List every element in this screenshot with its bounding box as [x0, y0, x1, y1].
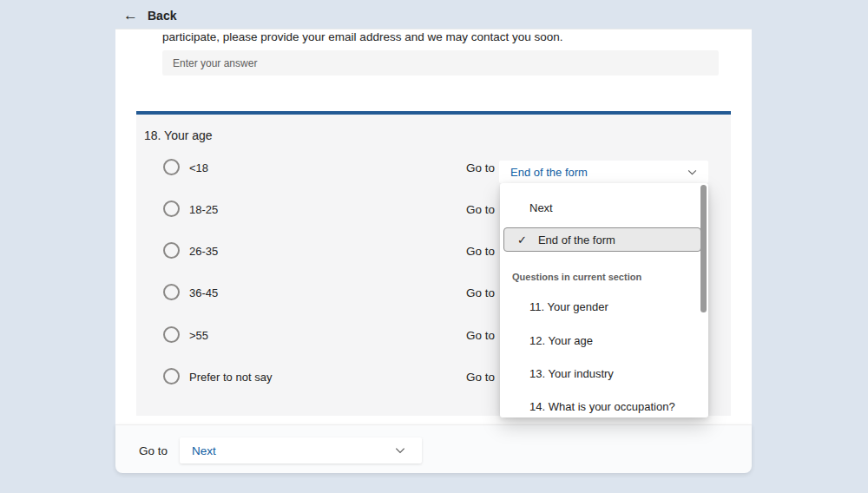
answer-input[interactable] — [162, 50, 719, 76]
back-label: Back — [148, 9, 176, 23]
section-goto-value: Next — [180, 444, 394, 457]
option-label: <18 — [189, 161, 208, 174]
dropdown-option-question[interactable]: 12. Your age — [500, 328, 698, 352]
dropdown-option-question[interactable]: 11. Your gender — [500, 294, 698, 319]
checkmark-icon: ✓ — [504, 233, 527, 246]
branch-dropdown-popup: Next ✓ End of the form Questions in curr… — [500, 183, 708, 417]
branch-select-value: End of the form — [499, 166, 687, 179]
footer-goto-label: Go to — [139, 444, 168, 457]
dropdown-option-label: 14. What is your occupation? — [500, 400, 675, 413]
goto-label: Go to — [466, 203, 495, 216]
dropdown-option-label: 11. Your gender — [500, 300, 608, 313]
dropdown-option-label: 12. Your age — [500, 334, 593, 347]
goto-label: Go to — [466, 245, 495, 258]
dropdown-option-selected[interactable]: ✓ End of the form — [503, 227, 701, 252]
back-button[interactable]: ← Back — [123, 8, 176, 23]
radio-button[interactable] — [163, 368, 180, 385]
option-label: 36-45 — [189, 286, 218, 299]
chevron-down-icon — [687, 167, 698, 178]
page: ← Back participate, please provide your … — [0, 0, 868, 493]
previous-question-text: participate, please provide your email a… — [162, 30, 563, 43]
goto-label: Go to — [466, 286, 495, 299]
goto-label: Go to — [466, 371, 495, 384]
option-label: Prefer to not say — [189, 371, 272, 384]
goto-label: Go to — [466, 161, 495, 174]
goto-label: Go to — [466, 329, 495, 342]
option-label: 26-35 — [189, 245, 218, 258]
question-title: 18. Your age — [144, 128, 213, 142]
option-label: 18-25 — [189, 203, 218, 216]
option-label: >55 — [189, 329, 208, 342]
branch-select-closed[interactable]: End of the form — [499, 161, 708, 183]
back-arrow-icon: ← — [123, 8, 138, 23]
radio-button[interactable] — [163, 284, 180, 300]
radio-button[interactable] — [163, 242, 180, 259]
dropdown-option-label: 13. Your industry — [500, 367, 614, 380]
dropdown-option-question[interactable]: 13. Your industry — [500, 361, 698, 385]
dropdown-option-next[interactable]: Next — [500, 195, 698, 220]
chevron-down-icon — [394, 444, 406, 457]
dropdown-group-label: Questions in current section — [512, 272, 641, 282]
radio-button[interactable] — [163, 326, 180, 343]
dropdown-option-label: Next — [500, 201, 553, 214]
section-footer: Go to Next — [115, 424, 752, 473]
dropdown-option-label: End of the form — [527, 233, 615, 246]
dropdown-option-question[interactable]: 14. What is your occupation? — [500, 394, 698, 418]
radio-button[interactable] — [163, 159, 180, 175]
radio-button[interactable] — [163, 200, 180, 217]
section-goto-select[interactable]: Next — [180, 437, 422, 463]
dropdown-scrollbar-thumb[interactable] — [700, 185, 707, 312]
